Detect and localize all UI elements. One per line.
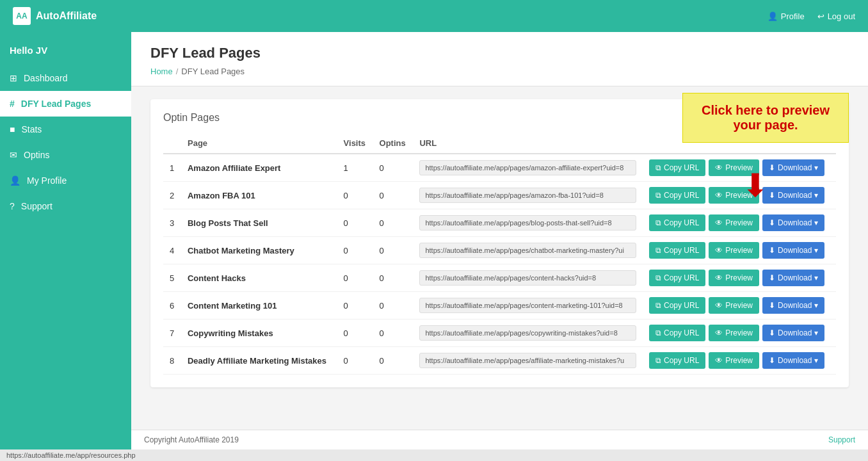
download-button[interactable]: ⬇ Download ▾ bbox=[762, 214, 824, 231]
sidebar-item-optins[interactable]: ✉ Optins bbox=[0, 142, 131, 168]
url-display: https://autoaffiliate.me/app/pages/affil… bbox=[419, 353, 636, 368]
content-area: DFY Lead Pages Home / DFY Lead Pages Cli… bbox=[131, 32, 868, 449]
copy-url-button[interactable]: ⧉ Copy URL bbox=[649, 187, 705, 204]
logo-icon: AA bbox=[13, 7, 31, 25]
sidebar-hello: Hello JV bbox=[0, 32, 131, 65]
tooltip-box: Click here to preview your page. bbox=[682, 93, 849, 143]
url-display: https://autoaffiliate.me/app/pages/chatb… bbox=[419, 243, 636, 258]
copy-url-button[interactable]: ⧉ Copy URL bbox=[649, 159, 705, 176]
download-icon: ⬇ bbox=[769, 273, 775, 282]
table-row: 7 Copywriting Mistakes 0 0 https://autoa… bbox=[163, 319, 836, 347]
col-page: Page bbox=[181, 133, 337, 154]
top-navbar: AA AutoAffiliate 👤 Profile ↩ Log out bbox=[0, 0, 868, 32]
col-optins: Optins bbox=[373, 133, 414, 154]
download-button[interactable]: ⬇ Download ▾ bbox=[762, 270, 824, 286]
cell-visits: 0 bbox=[337, 209, 373, 237]
cell-visits: 0 bbox=[337, 264, 373, 292]
copy-icon: ⧉ bbox=[655, 301, 661, 310]
sidebar: Hello JV ⊞ Dashboard # DFY Lead Pages ■ … bbox=[0, 32, 131, 449]
copy-url-button[interactable]: ⧉ Copy URL bbox=[649, 242, 705, 259]
cell-optins: 0 bbox=[373, 209, 414, 237]
preview-button[interactable]: 👁 Preview bbox=[709, 325, 759, 341]
preview-button[interactable]: 👁 Preview bbox=[709, 270, 759, 286]
status-url: https://autoaffiliate.me/app/resources.p… bbox=[6, 451, 136, 459]
download-button[interactable]: ⬇ Download ▾ bbox=[762, 352, 824, 369]
cell-num: 7 bbox=[163, 319, 181, 347]
sidebar-nav: ⊞ Dashboard # DFY Lead Pages ■ Stats ✉ O… bbox=[0, 65, 131, 219]
cell-url: https://autoaffiliate.me/app/pages/affil… bbox=[413, 347, 643, 375]
cell-optins: 0 bbox=[373, 347, 414, 375]
cell-url: https://autoaffiliate.me/app/pages/blog-… bbox=[413, 209, 643, 237]
sidebar-item-dfy-lead-pages[interactable]: # DFY Lead Pages bbox=[0, 91, 131, 117]
download-button[interactable]: ⬇ Download ▾ bbox=[762, 297, 824, 314]
support-icon: ? bbox=[10, 201, 15, 211]
cell-visits: 0 bbox=[337, 319, 373, 347]
cell-num: 5 bbox=[163, 264, 181, 292]
breadcrumb-current: DFY Lead Pages bbox=[181, 67, 245, 76]
page-header: DFY Lead Pages Home / DFY Lead Pages bbox=[131, 32, 868, 86]
sidebar-item-my-profile[interactable]: 👤 My Profile bbox=[0, 168, 131, 193]
cell-actions: ⧉ Copy URL 👁 Preview ⬇ Download ▾ bbox=[643, 292, 836, 319]
url-display: https://autoaffiliate.me/app/pages/amazo… bbox=[419, 160, 636, 175]
preview-button[interactable]: 👁 Preview bbox=[709, 297, 759, 314]
profile-link[interactable]: 👤 Profile bbox=[768, 12, 805, 21]
cell-actions: ⧉ Copy URL 👁 Preview ⬇ Download ▾ bbox=[643, 347, 836, 375]
download-button[interactable]: ⬇ Download ▾ bbox=[762, 325, 824, 341]
cell-actions: ⧉ Copy URL 👁 Preview ⬇ Download ▾ bbox=[643, 319, 836, 347]
logout-link[interactable]: ↩ Log out bbox=[817, 12, 855, 21]
url-display: https://autoaffiliate.me/app/pages/conte… bbox=[419, 298, 636, 313]
cell-page: Blog Posts That Sell bbox=[181, 209, 337, 237]
action-buttons: ⧉ Copy URL 👁 Preview ⬇ Download ▾ bbox=[649, 297, 830, 314]
copy-icon: ⧉ bbox=[655, 356, 661, 365]
preview-button[interactable]: 👁 Preview bbox=[709, 214, 759, 231]
cell-num: 3 bbox=[163, 209, 181, 237]
cell-url: https://autoaffiliate.me/app/pages/amazo… bbox=[413, 154, 643, 182]
cell-page: Content Marketing 101 bbox=[181, 292, 337, 319]
cell-actions: ⧉ Copy URL 👁 Preview ⬇ Download ▾ bbox=[643, 264, 836, 292]
copy-url-button[interactable]: ⧉ Copy URL bbox=[649, 352, 705, 369]
cell-num: 4 bbox=[163, 237, 181, 264]
copy-url-button[interactable]: ⧉ Copy URL bbox=[649, 325, 705, 341]
url-display: https://autoaffiliate.me/app/pages/conte… bbox=[419, 270, 636, 286]
cell-visits: 0 bbox=[337, 347, 373, 375]
download-icon: ⬇ bbox=[769, 246, 775, 255]
sidebar-item-dashboard[interactable]: ⊞ Dashboard bbox=[0, 65, 131, 91]
preview-button[interactable]: 👁 Preview bbox=[709, 352, 759, 369]
download-icon: ⬇ bbox=[769, 356, 775, 365]
footer-support-link[interactable]: Support bbox=[828, 435, 855, 444]
cell-page: Deadly Affiliate Marketing Mistakes bbox=[181, 347, 337, 375]
eye-icon: 👁 bbox=[715, 163, 723, 172]
app-name: AutoAffiliate bbox=[36, 10, 97, 22]
sidebar-item-support[interactable]: ? Support bbox=[0, 193, 131, 219]
sidebar-item-stats[interactable]: ■ Stats bbox=[0, 117, 131, 142]
download-button[interactable]: ⬇ Download ▾ bbox=[762, 242, 824, 259]
cell-actions: ⧉ Copy URL 👁 Preview ⬇ Download ▾ bbox=[643, 154, 836, 182]
cell-url: https://autoaffiliate.me/app/pages/copyw… bbox=[413, 319, 643, 347]
table-row: 2 Amazon FBA 101 0 0 https://autoaffilia… bbox=[163, 182, 836, 209]
copy-icon: ⧉ bbox=[655, 273, 661, 282]
copy-url-button[interactable]: ⧉ Copy URL bbox=[649, 270, 705, 286]
cell-optins: 0 bbox=[373, 292, 414, 319]
page-title: DFY Lead Pages bbox=[150, 45, 849, 61]
eye-icon: 👁 bbox=[715, 356, 723, 365]
tooltip-arrow: ⬇ bbox=[742, 170, 769, 202]
copy-url-button[interactable]: ⧉ Copy URL bbox=[649, 297, 705, 314]
table-row: 6 Content Marketing 101 0 0 https://auto… bbox=[163, 292, 836, 319]
copy-url-button[interactable]: ⧉ Copy URL bbox=[649, 214, 705, 231]
action-buttons: ⧉ Copy URL 👁 Preview ⬇ Download ▾ bbox=[649, 187, 830, 204]
download-button[interactable]: ⬇ Download ▾ bbox=[762, 187, 824, 204]
download-icon: ⬇ bbox=[769, 163, 775, 172]
download-button[interactable]: ⬇ Download ▾ bbox=[762, 159, 824, 176]
eye-icon: 👁 bbox=[715, 218, 723, 227]
action-buttons: ⧉ Copy URL 👁 Preview ⬇ Download ▾ bbox=[649, 270, 830, 286]
action-buttons: ⧉ Copy URL 👁 Preview ⬇ Download ▾ bbox=[649, 352, 830, 369]
breadcrumb-home[interactable]: Home bbox=[150, 67, 173, 76]
copy-icon: ⧉ bbox=[655, 246, 661, 255]
eye-icon: 👁 bbox=[715, 191, 723, 200]
table-row: 5 Content Hacks 0 0 https://autoaffiliat… bbox=[163, 264, 836, 292]
col-num bbox=[163, 133, 181, 154]
preview-button[interactable]: 👁 Preview bbox=[709, 242, 759, 259]
cell-actions: ⧉ Copy URL 👁 Preview ⬇ Download ▾ bbox=[643, 209, 836, 237]
profile-icon: 👤 bbox=[768, 12, 778, 21]
cell-visits: 0 bbox=[337, 237, 373, 264]
